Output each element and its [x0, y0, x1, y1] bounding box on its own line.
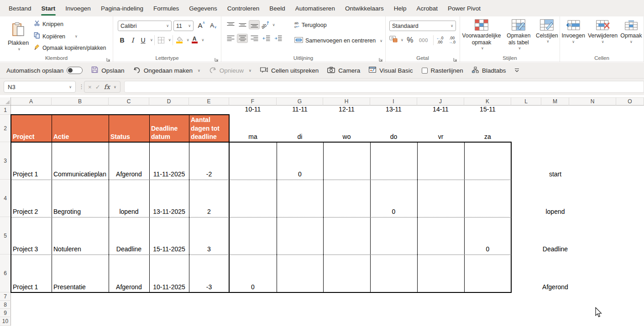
cell-M6[interactable]: Afgerond — [541, 255, 569, 292]
column-header-N[interactable]: N — [569, 97, 616, 106]
menu-automatiseren[interactable]: Automatiseren — [290, 0, 340, 16]
autosave-control[interactable]: Automatisch opslaan — [6, 67, 83, 74]
cell-D4[interactable]: 13-11-2025 — [149, 180, 189, 217]
cell-I1[interactable]: 13-11 — [370, 106, 417, 115]
menu-bestand[interactable]: Bestand — [4, 0, 37, 16]
row-header-5[interactable]: 5 — [0, 217, 11, 255]
fill-color-button[interactable] — [174, 35, 185, 45]
toolbar-overflow-button[interactable] — [514, 67, 519, 74]
thousands-separator-button[interactable]: 000 — [417, 35, 430, 45]
increase-decimal-button[interactable]: ←.0.00 — [436, 36, 444, 44]
cell-A3[interactable]: Project 1 — [11, 142, 52, 180]
dialog-launcher-icon[interactable] — [215, 55, 219, 60]
cell-A4[interactable]: Project 2 — [11, 180, 52, 217]
copy-button[interactable]: Kopiëren ∨ — [34, 32, 78, 41]
redo-button[interactable]: Opnieuw ∨ — [209, 67, 251, 74]
column-header-C[interactable]: C — [109, 97, 149, 106]
cell-C3[interactable]: Afgerond — [109, 142, 149, 180]
cell-E2[interactable]: Aantal dagen tot deadline — [189, 115, 229, 142]
cell-J2[interactable]: vr — [417, 115, 464, 142]
cut-button[interactable]: Knippen — [34, 20, 63, 28]
cell-B5[interactable]: Notuleren — [52, 217, 109, 255]
select-all-corner[interactable] — [0, 97, 11, 106]
column-header-H[interactable]: H — [323, 97, 370, 106]
cell-E4[interactable]: 2 — [189, 180, 229, 217]
cell-M5[interactable]: Deadline — [541, 217, 569, 255]
row-header-7[interactable]: 7 — [0, 292, 11, 301]
visual-basic-button[interactable]: Visual Basic — [369, 67, 413, 74]
row-header-8[interactable]: 8 — [0, 301, 11, 309]
cell-C2[interactable]: Status — [109, 115, 149, 142]
menu-pagina-indeling[interactable]: Pagina-indeling — [96, 0, 148, 16]
increase-font-size-button[interactable]: A∧ — [196, 20, 207, 31]
column-header-K[interactable]: K — [464, 97, 511, 106]
name-box[interactable]: N3 ∨ — [4, 81, 76, 93]
font-size-select[interactable]: 11∨ — [173, 21, 194, 31]
decrease-decimal-button[interactable]: .00→.0 — [448, 36, 456, 44]
menu-help[interactable]: Help — [389, 0, 412, 16]
align-top-button[interactable] — [225, 20, 236, 29]
decrease-indent-button[interactable] — [261, 34, 272, 43]
cell-B3[interactable]: Communicatieplan — [52, 142, 109, 180]
cell-G1[interactable]: 11-11 — [277, 106, 323, 115]
cell-E3[interactable]: -2 — [189, 142, 229, 180]
column-header-A[interactable]: A — [11, 97, 52, 106]
align-middle-button[interactable] — [237, 20, 248, 29]
cell-F6[interactable]: 0 — [229, 255, 277, 292]
font-color-button[interactable]: A — [189, 35, 200, 45]
cell-F2[interactable]: ma — [229, 115, 277, 142]
cell-C6[interactable]: Afgerond — [109, 255, 149, 292]
column-header-J[interactable]: J — [417, 97, 464, 106]
formula-input[interactable] — [124, 81, 644, 93]
cell-A2[interactable]: Project — [11, 115, 52, 142]
autosave-toggle[interactable] — [67, 67, 83, 74]
cell-I4[interactable]: 0 — [370, 180, 417, 217]
column-header-O[interactable]: O — [616, 97, 644, 106]
menu-acrobat[interactable]: Acrobat — [411, 0, 443, 16]
row-header-3[interactable]: 3 — [0, 142, 11, 180]
cell-C4[interactable]: lopend — [109, 180, 149, 217]
dialog-launcher-icon[interactable] — [453, 55, 458, 60]
save-button[interactable]: Opslaan — [91, 66, 124, 74]
row-header-10[interactable]: 10 — [0, 317, 11, 326]
sheet-tabs-button[interactable]: Bladtabs — [472, 67, 506, 74]
cell-D5[interactable]: 15-11-2025 — [149, 217, 189, 255]
cell-H2[interactable]: wo — [323, 115, 370, 142]
speak-cells-button[interactable]: Cellen uitspreken — [260, 67, 319, 74]
decrease-font-size-button[interactable]: A∨ — [208, 20, 219, 31]
cell-J1[interactable]: 14-11 — [417, 106, 464, 115]
cell-H1[interactable]: 12-11 — [323, 106, 370, 115]
cell-D3[interactable]: 11-11-2025 — [149, 142, 189, 180]
format-painter-button[interactable]: Opmaak kopiëren/plakken — [34, 44, 106, 52]
row-header-2[interactable]: 2 — [0, 115, 11, 142]
font-name-select[interactable]: Calibri∨ — [118, 21, 172, 31]
dialog-launcher-icon[interactable] — [379, 55, 383, 60]
dialog-launcher-icon[interactable] — [106, 55, 111, 60]
cell-B6[interactable]: Presentatie — [52, 255, 109, 292]
menu-controleren[interactable]: Controleren — [222, 0, 265, 16]
cell-B4[interactable]: Begroting — [52, 180, 109, 217]
paste-button[interactable]: Plakken ∨ — [5, 19, 31, 54]
row-header-9[interactable]: 9 — [0, 309, 11, 317]
cell-G2[interactable]: di — [277, 115, 323, 142]
column-header-M[interactable]: M — [541, 97, 569, 106]
camera-button[interactable]: Camera — [327, 67, 360, 74]
cell-A6[interactable]: Project 1 — [11, 255, 52, 292]
column-header-D[interactable]: D — [149, 97, 189, 106]
cell-K5[interactable]: 0 — [464, 217, 511, 255]
cell-E6[interactable]: -3 — [189, 255, 229, 292]
cell-K1[interactable]: 15-11 — [464, 106, 511, 115]
undo-button[interactable]: Ongedaan maken ∨ — [133, 67, 200, 74]
align-center-button[interactable] — [237, 34, 248, 43]
bold-button[interactable]: B — [117, 35, 127, 45]
menu-start[interactable]: Start — [37, 0, 61, 16]
align-right-button[interactable] — [249, 34, 260, 43]
align-bottom-button[interactable] — [249, 20, 260, 29]
column-header-L[interactable]: L — [511, 97, 541, 106]
menu-ontwikkelaars[interactable]: Ontwikkelaars — [340, 0, 389, 16]
cell-M4[interactable]: lopend — [541, 180, 569, 217]
cell-E5[interactable]: 3 — [189, 217, 229, 255]
column-header-E[interactable]: E — [189, 97, 229, 106]
gridlines-checkbox[interactable]: Rasterlijnen — [422, 67, 463, 74]
column-header-F[interactable]: F — [229, 97, 277, 106]
